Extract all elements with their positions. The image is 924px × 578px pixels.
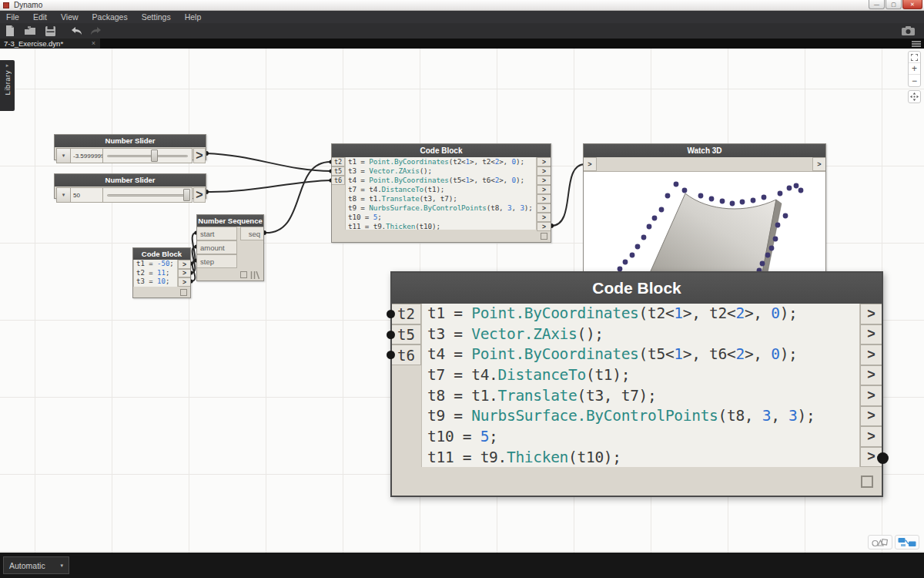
output-port[interactable]: >: [193, 148, 206, 163]
input-port-t5[interactable]: t5: [392, 324, 421, 345]
input-port-t6[interactable]: t6: [392, 344, 421, 365]
slider-track[interactable]: [103, 187, 192, 203]
tab-list-icon[interactable]: [912, 41, 921, 48]
input-port-t5[interactable]: t5: [332, 166, 345, 176]
node-watch-3d[interactable]: Watch 3D > >: [583, 143, 826, 272]
output-port[interactable]: >: [537, 185, 551, 194]
node-number-slider-1[interactable]: Number Slider ▾ -3.59999999995 >: [54, 134, 206, 160]
node-code-block-main[interactable]: Code Block t2t5t6 t1 = Point.ByCoordinat…: [331, 143, 551, 243]
node-graph-icon: [898, 537, 916, 547]
code-editor[interactable]: t1 = Point.ByCoordinates(t2<1>, t2<2>, 0…: [421, 304, 860, 467]
save-button[interactable]: [40, 24, 60, 38]
output-port[interactable]: >: [537, 203, 551, 213]
slider-handle[interactable]: [151, 150, 158, 162]
tab-close-icon[interactable]: ×: [92, 39, 95, 49]
output-port[interactable]: >: [537, 157, 551, 166]
slider-handle[interactable]: [183, 189, 190, 201]
code-line: t8 = t1.Translate(t3, t7);: [422, 386, 859, 407]
output-port[interactable]: >: [860, 304, 882, 324]
new-document-icon: [5, 25, 15, 36]
pan-button[interactable]: [908, 90, 921, 103]
preview-toggle[interactable]: [180, 289, 187, 296]
zoom-out-button[interactable]: −: [909, 75, 920, 86]
code-editor[interactable]: t1 = Point.ByCoordinates(t2<1>, t2<2>, 0…: [345, 157, 537, 230]
input-port-amount[interactable]: amount: [197, 240, 237, 254]
code-line: t3 = Vector.ZAxis();: [346, 166, 536, 176]
zoom-in-button[interactable]: +: [909, 63, 920, 75]
output-port[interactable]: >: [860, 385, 882, 406]
tab-label: 7-3_Exercise.dyn*: [4, 39, 63, 48]
run-bar: Automatic ▾: [0, 553, 924, 578]
code-editor[interactable]: t1 = -50;t2 = 11;t3 = 10;: [133, 260, 178, 287]
output-port[interactable]: >: [537, 166, 551, 176]
menu-packages[interactable]: Packages: [85, 11, 135, 23]
output-port[interactable]: >: [860, 365, 882, 386]
output-port-seq[interactable]: seq: [240, 227, 263, 240]
wire-t3-to-step: [191, 260, 196, 281]
tab-strip: 7-3_Exercise.dyn* ×: [0, 39, 924, 49]
node-number-slider-2[interactable]: Number Slider ▾ 50 >: [54, 173, 206, 199]
graph-view-button[interactable]: [895, 535, 919, 549]
preview-toggle[interactable]: [861, 476, 873, 488]
tab-exercise[interactable]: 7-3_Exercise.dyn* ×: [0, 39, 100, 49]
slider-output-port[interactable]: >: [193, 187, 206, 203]
output-port[interactable]: >: [178, 260, 190, 269]
input-connector-t2[interactable]: [387, 310, 395, 318]
maximize-button[interactable]: ▢: [886, 0, 902, 9]
preview-toggle[interactable]: [240, 271, 247, 278]
output-port[interactable]: >: [178, 269, 190, 278]
output-ports: >>>>>>>>: [537, 157, 551, 230]
redo-button[interactable]: [86, 24, 106, 38]
new-file-button[interactable]: [0, 24, 20, 38]
slider-expand-button[interactable]: ▾: [56, 187, 71, 203]
undo-button[interactable]: [66, 24, 86, 38]
node-number-sequence[interactable]: Number Sequence startamountstep seq: [196, 214, 264, 281]
input-port-start[interactable]: start: [197, 227, 237, 240]
output-port[interactable]: >: [860, 406, 882, 427]
input-port-t2[interactable]: t2: [332, 157, 345, 166]
library-panel-tab[interactable]: ▸ Library: [0, 60, 15, 111]
preview-toggle[interactable]: [541, 233, 547, 240]
watch3d-output-port[interactable]: >: [812, 157, 825, 171]
zoom-fit-button[interactable]: [909, 52, 920, 63]
menu-edit[interactable]: Edit: [26, 11, 54, 23]
output-port[interactable]: >: [537, 194, 551, 203]
output-connector-t11[interactable]: [877, 452, 889, 464]
menu-view[interactable]: View: [54, 11, 85, 23]
menu-help[interactable]: Help: [178, 11, 209, 23]
export-image-button[interactable]: [898, 24, 918, 38]
watch3d-input-port[interactable]: >: [584, 157, 597, 171]
node-title: Number Slider: [55, 174, 206, 187]
slider-expand-button[interactable]: ▾: [56, 148, 71, 163]
slider-track[interactable]: [103, 148, 192, 163]
code-line: t11 = t9.Thicken(t10);: [422, 448, 859, 467]
slider-output-port[interactable]: >: [193, 148, 206, 163]
output-port[interactable]: >: [537, 176, 551, 185]
output-port[interactable]: >: [860, 426, 882, 447]
run-mode-dropdown[interactable]: Automatic ▾: [3, 556, 69, 574]
menu-file[interactable]: File: [0, 11, 26, 23]
input-port-t6[interactable]: t6: [332, 176, 345, 185]
node-code-block-values[interactable]: Code Block t1 = -50;t2 = 11;t3 = 10; >>>: [132, 247, 191, 298]
code-line: t8 = t1.Translate(t3, t7);: [346, 194, 536, 203]
close-button[interactable]: ✕: [902, 0, 922, 9]
input-port-step[interactable]: step: [197, 254, 237, 268]
slider-value: -3.59999999995: [71, 148, 103, 163]
minimize-button[interactable]: —: [869, 0, 885, 9]
save-icon: [45, 26, 55, 36]
output-port[interactable]: >: [860, 324, 882, 345]
menu-settings[interactable]: Settings: [135, 11, 178, 23]
output-port[interactable]: >: [178, 277, 190, 287]
output-port[interactable]: >: [193, 187, 206, 203]
input-connector-t6[interactable]: [387, 351, 395, 359]
input-connector-t5[interactable]: [387, 331, 395, 339]
output-port[interactable]: >: [860, 344, 882, 365]
input-port-t2[interactable]: t2: [392, 304, 421, 324]
geometry-preview-button[interactable]: [868, 535, 892, 549]
node-code-block-zoomed[interactable]: Code Block t2t5t6 t1 = Point.ByCoordinat…: [390, 271, 883, 497]
open-file-button[interactable]: [20, 24, 40, 38]
watch3d-viewport[interactable]: [584, 171, 825, 271]
workspace-canvas[interactable]: ▸ Library Number Slider ▾ -3.59999999995…: [0, 49, 924, 553]
output-port[interactable]: >: [537, 213, 551, 222]
lacing-icon[interactable]: [250, 271, 259, 279]
